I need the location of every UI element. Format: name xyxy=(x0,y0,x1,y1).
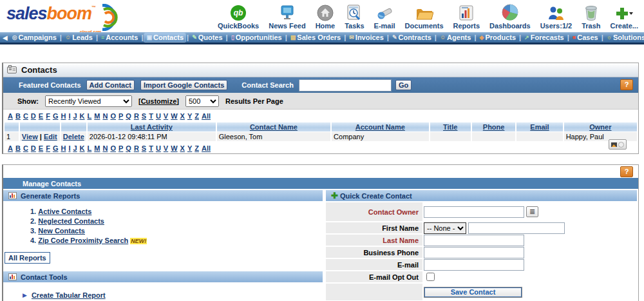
alpha-link-g[interactable]: G xyxy=(53,112,59,120)
tab-sales-orders[interactable]: ▤Sales Orders xyxy=(289,33,343,42)
alpha-link-h[interactable]: H xyxy=(61,144,66,152)
alpha-link-a[interactable]: A xyxy=(8,112,13,120)
alpha-link-b[interactable]: B xyxy=(15,112,21,120)
alpha-link-f[interactable]: F xyxy=(46,112,50,120)
sort-link[interactable]: Owner xyxy=(589,123,611,131)
show-select[interactable]: Recently Viewed xyxy=(45,95,132,107)
alpha-link-w[interactable]: W xyxy=(171,112,177,120)
alpha-link-q[interactable]: Q xyxy=(126,112,131,120)
business-phone-input[interactable] xyxy=(424,247,524,258)
first-name-input[interactable] xyxy=(468,222,565,234)
contact-search-input[interactable] xyxy=(299,79,392,92)
tab-cases[interactable]: ■Cases xyxy=(571,33,600,42)
sort-link[interactable]: Contact Name xyxy=(250,123,298,131)
all-reports-button[interactable]: All Reports xyxy=(5,252,50,264)
lookup-list-icon[interactable]: ≣ xyxy=(526,206,538,217)
alpha-link-r[interactable]: R xyxy=(134,144,139,152)
nav-scroll-left-icon[interactable]: ◀ xyxy=(0,34,10,41)
alpha-link-d[interactable]: D xyxy=(31,112,36,120)
add-contact-button[interactable]: Add Contact xyxy=(86,80,135,90)
first-name-select[interactable]: -- None -- xyxy=(424,222,466,234)
alpha-link-k[interactable]: K xyxy=(80,112,85,120)
tab-accounts[interactable]: ≡Accounts xyxy=(99,33,140,42)
printable-view-button[interactable] xyxy=(609,139,627,150)
alpha-link-t[interactable]: T xyxy=(149,144,153,152)
email-input[interactable] xyxy=(424,259,524,271)
edit-link[interactable]: Edit xyxy=(44,133,57,141)
alpha-link-v[interactable]: V xyxy=(164,144,168,152)
customize-link[interactable]: [Customize] xyxy=(138,97,179,105)
report-link-new-contacts[interactable]: New Contacts xyxy=(38,227,85,235)
alpha-link-v[interactable]: V xyxy=(164,112,168,120)
alpha-link-b[interactable]: B xyxy=(15,144,21,152)
view-link[interactable]: View xyxy=(22,133,38,141)
alpha-link-q[interactable]: Q xyxy=(126,144,131,152)
tab-forecasts[interactable]: ↗Forecasts xyxy=(522,33,566,42)
sort-link[interactable]: Title xyxy=(443,123,457,131)
alpha-link-e[interactable]: E xyxy=(39,144,43,152)
alpha-link-f[interactable]: F xyxy=(46,144,50,152)
delete-link[interactable]: Delete xyxy=(63,133,84,141)
email-opt-out-checkbox[interactable] xyxy=(426,273,435,281)
alpha-link-i[interactable]: I xyxy=(68,144,70,152)
alpha-link-z[interactable]: Z xyxy=(194,112,199,120)
alpha-link-p[interactable]: P xyxy=(118,112,123,120)
alpha-link-y[interactable]: Y xyxy=(187,144,192,152)
alpha-link-u[interactable]: U xyxy=(156,112,161,120)
tab-leads[interactable]: ☺Leads xyxy=(63,33,95,42)
alpha-link-n[interactable]: N xyxy=(102,112,108,120)
alpha-link-m[interactable]: M xyxy=(94,112,100,120)
tab-products[interactable]: ◆Products xyxy=(477,33,518,42)
alpha-link-j[interactable]: J xyxy=(73,112,77,120)
alpha-link-s[interactable]: S xyxy=(142,112,146,120)
alpha-link-x[interactable]: X xyxy=(180,112,185,120)
alpha-link-a[interactable]: A xyxy=(8,144,13,152)
report-link-neglected-contacts[interactable]: Neglected Contacts xyxy=(38,217,104,225)
toolbar-dashboards[interactable]: Dashboards xyxy=(489,3,531,30)
help-button[interactable]: ? xyxy=(620,79,633,90)
tab-opportunities[interactable]: ▯Opportunities xyxy=(229,33,284,42)
alpha-link-s[interactable]: S xyxy=(142,144,146,152)
tab-solutions[interactable]: ☼Solutions xyxy=(605,33,644,42)
tab-contacts[interactable]: ▣Contacts xyxy=(144,33,185,42)
alpha-link-g[interactable]: G xyxy=(53,144,59,152)
alpha-link-r[interactable]: R xyxy=(134,112,139,120)
alpha-link-l[interactable]: L xyxy=(88,112,92,120)
alpha-link-o[interactable]: O xyxy=(110,144,116,152)
tab-contracts[interactable]: ✎Contracts xyxy=(390,33,433,42)
alpha-link-i[interactable]: I xyxy=(68,112,70,120)
toolbar-reports[interactable]: Reports xyxy=(453,3,480,30)
report-link-active-contacts[interactable]: Active Contacts xyxy=(38,208,91,215)
alpha-link-c[interactable]: C xyxy=(23,112,28,120)
tab-invoices[interactable]: ✉Invoices xyxy=(347,33,386,42)
alpha-link-m[interactable]: M xyxy=(94,144,100,152)
alpha-link-t[interactable]: T xyxy=(149,112,153,120)
toolbar-email[interactable]: E-mail xyxy=(374,3,395,30)
alpha-link-h[interactable]: H xyxy=(61,112,66,120)
toolbar-home[interactable]: Home xyxy=(316,3,336,30)
alpha-link-all[interactable]: All xyxy=(202,144,211,152)
toolbar-documents[interactable]: Documents xyxy=(405,3,444,30)
featured-contacts-label[interactable]: Featured Contacts xyxy=(19,81,81,89)
alpha-link-l[interactable]: L xyxy=(88,144,92,152)
alpha-link-x[interactable]: X xyxy=(180,144,185,152)
sort-link[interactable]: Email xyxy=(530,123,549,131)
alpha-link-o[interactable]: O xyxy=(110,112,116,120)
toolbar-quickbooks[interactable]: qbQuickBooks xyxy=(218,3,259,30)
salesboom-logo[interactable]: salesboom ™ cloud crm xyxy=(6,4,119,34)
tab-quotes[interactable]: ✎Quotes xyxy=(190,33,224,42)
alpha-link-z[interactable]: Z xyxy=(194,144,199,152)
save-contact-button[interactable]: Save Contact xyxy=(424,287,522,298)
toolbar-create[interactable]: Create... xyxy=(611,3,638,30)
help-button[interactable]: ? xyxy=(620,166,633,177)
go-button[interactable]: Go xyxy=(395,80,412,90)
report-link-zip-code-proximity-search[interactable]: Zip Code Proximity Search xyxy=(38,237,128,244)
alpha-link-u[interactable]: U xyxy=(156,144,161,152)
alpha-link-d[interactable]: D xyxy=(31,144,36,152)
toolbar-news-feed[interactable]: News Feed xyxy=(269,3,305,30)
alpha-link-w[interactable]: W xyxy=(171,144,177,152)
alpha-link-n[interactable]: N xyxy=(102,144,108,152)
toolbar-trash[interactable]: Trash xyxy=(582,3,600,30)
alpha-link-k[interactable]: K xyxy=(80,144,85,152)
tab-agents[interactable]: ☺Agents xyxy=(438,33,473,42)
